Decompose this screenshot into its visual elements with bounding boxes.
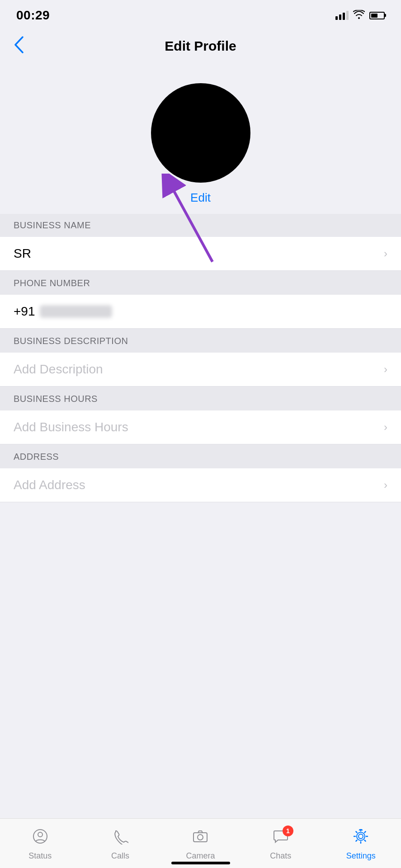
tab-settings[interactable]: Settings: [338, 828, 383, 861]
chevron-icon-address: ›: [384, 479, 387, 491]
form-content: BUSINESS NAME SR › PHONE NUMBER +91 BUSI…: [0, 214, 401, 557]
svg-point-3: [38, 832, 42, 837]
wifi-icon: [353, 10, 365, 21]
phone-number-blurred: [40, 305, 112, 318]
business-name-label: BUSINESS NAME: [0, 214, 401, 237]
status-icons: [335, 10, 385, 21]
home-indicator: [171, 862, 230, 864]
header: Edit Profile: [0, 27, 401, 65]
address-label: ADDRESS: [0, 445, 401, 468]
avatar[interactable]: [151, 83, 250, 183]
battery-icon: [369, 12, 385, 19]
settings-tab-label: Settings: [346, 851, 376, 861]
status-time: 00:29: [16, 8, 50, 23]
business-name-value: SR: [14, 246, 31, 261]
chevron-icon-hours: ›: [384, 421, 387, 434]
page-title: Edit Profile: [165, 38, 236, 54]
tab-camera[interactable]: Camera: [178, 828, 223, 861]
business-hours-row[interactable]: Add Business Hours ›: [0, 410, 401, 444]
profile-section: Edit: [0, 65, 401, 214]
svg-point-6: [359, 834, 363, 839]
tab-chats[interactable]: 1 Chats: [258, 828, 303, 861]
business-description-row[interactable]: Add Description ›: [0, 353, 401, 387]
phone-number-section: PHONE NUMBER +91: [0, 272, 401, 329]
phone-number-label: PHONE NUMBER: [0, 272, 401, 295]
business-hours-placeholder: Add Business Hours: [14, 420, 128, 434]
status-bar: 00:29: [0, 0, 401, 27]
chevron-icon: ›: [384, 247, 387, 260]
svg-point-5: [198, 835, 203, 840]
edit-photo-button[interactable]: Edit: [190, 191, 211, 205]
chats-badge: 1: [283, 826, 293, 836]
camera-tab-label: Camera: [186, 851, 215, 861]
chevron-icon-desc: ›: [384, 363, 387, 376]
tab-calls[interactable]: Calls: [98, 828, 143, 861]
calls-icon: [112, 828, 128, 849]
tab-bar: Status Calls Camera 1 Chats: [0, 818, 401, 868]
tab-status[interactable]: Status: [18, 828, 63, 861]
back-button[interactable]: [14, 36, 24, 56]
business-description-placeholder: Add Description: [14, 362, 103, 377]
phone-country-code: +91: [14, 304, 35, 319]
business-name-row[interactable]: SR ›: [0, 237, 401, 271]
settings-icon: [353, 828, 369, 849]
camera-icon: [192, 828, 208, 849]
signal-icon: [335, 11, 349, 20]
business-description-label: BUSINESS DESCRIPTION: [0, 330, 401, 353]
chats-tab-label: Chats: [270, 851, 291, 861]
address-row[interactable]: Add Address ›: [0, 468, 401, 502]
status-icon: [32, 828, 48, 849]
svg-point-7: [357, 832, 365, 840]
phone-value-container: +91: [14, 304, 112, 319]
address-placeholder: Add Address: [14, 478, 85, 492]
business-description-section: BUSINESS DESCRIPTION Add Description ›: [0, 330, 401, 387]
business-hours-label: BUSINESS HOURS: [0, 387, 401, 410]
status-tab-label: Status: [28, 851, 52, 861]
chats-icon: 1: [273, 828, 289, 849]
calls-tab-label: Calls: [111, 851, 129, 861]
business-name-section: BUSINESS NAME SR ›: [0, 214, 401, 271]
phone-number-row[interactable]: +91: [0, 295, 401, 329]
business-hours-section: BUSINESS HOURS Add Business Hours ›: [0, 387, 401, 444]
address-section: ADDRESS Add Address ›: [0, 445, 401, 502]
